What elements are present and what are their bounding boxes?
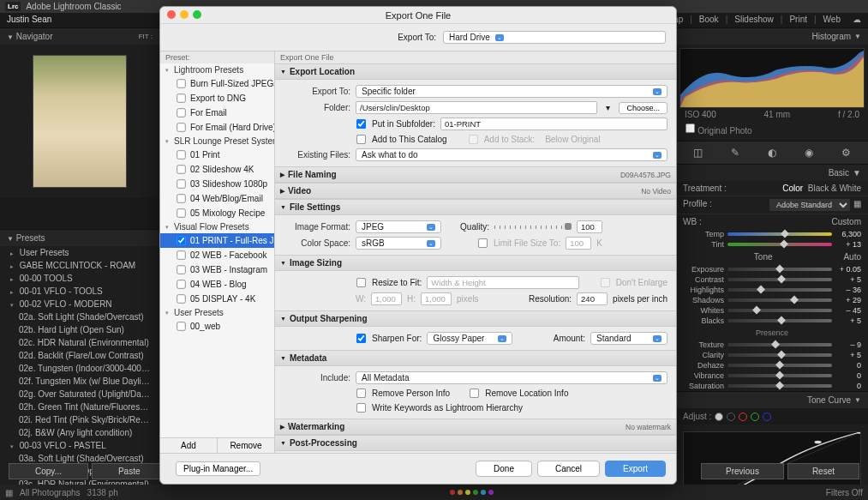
- module-web[interactable]: Web: [823, 15, 841, 24]
- texture-slider[interactable]: [727, 343, 832, 346]
- mask-icon[interactable]: ◐: [768, 147, 776, 159]
- export-preset-item[interactable]: 02 Slideshow 4K: [160, 162, 274, 177]
- shadows-slider[interactable]: [727, 298, 832, 302]
- preset-item[interactable]: ▸ User Presets: [0, 246, 159, 259]
- choose-folder-button[interactable]: Choose...: [619, 102, 667, 114]
- existing-files-select[interactable]: Ask what to do⌄: [356, 148, 667, 161]
- sharpen-amount-select[interactable]: Standard⌄: [590, 332, 667, 345]
- curve-dot-blue-icon[interactable]: [763, 413, 771, 421]
- preset-item[interactable]: ▾ 00-03 VFLO - PASTEL: [0, 439, 159, 452]
- remove-preset-button[interactable]: Remove: [218, 438, 274, 453]
- saturation-slider[interactable]: [727, 384, 832, 388]
- presets-header[interactable]: ▼ Presets: [0, 229, 159, 246]
- preset-item[interactable]: 02c. HDR Natural (Environmental): [0, 336, 159, 349]
- preset-item[interactable]: ▾ 00-02 VFLO - MODERN: [0, 298, 159, 310]
- grid-view-icon[interactable]: ▦: [5, 488, 13, 497]
- cloud-icon[interactable]: ☁: [853, 15, 861, 24]
- wb-select[interactable]: Custom: [832, 217, 861, 226]
- section-export-location[interactable]: ▼Export Location: [275, 63, 676, 80]
- close-icon[interactable]: [167, 10, 176, 19]
- preset-item[interactable]: ▸ GABE MCCLINTOCK - ROAM: [0, 259, 159, 272]
- copy-button[interactable]: Copy...: [9, 463, 88, 479]
- temp-slider[interactable]: [727, 232, 832, 236]
- preset-group[interactable]: User Presets: [160, 306, 274, 319]
- quality-input[interactable]: 100: [577, 220, 602, 233]
- module-slideshow[interactable]: Slideshow: [734, 15, 774, 24]
- preset-item[interactable]: 02g. Over Saturated (Uplight/Dancing): [0, 388, 159, 401]
- section-post-processing[interactable]: ▼Post-Processing: [275, 435, 676, 451]
- histogram-header[interactable]: Histogram ▼: [676, 27, 868, 45]
- navigator-preview[interactable]: [33, 55, 127, 188]
- gear-icon[interactable]: ⚙: [841, 147, 851, 159]
- preset-group[interactable]: SLR Lounge Preset System: [160, 135, 274, 148]
- preset-item[interactable]: ▸ 00-01 VFLO - TOOLS: [0, 285, 159, 298]
- folder-path[interactable]: /Users/clin/Desktop: [356, 101, 597, 114]
- preset-group[interactable]: Lightroom Presets: [160, 63, 274, 76]
- export-preset-item[interactable]: 01 PRINT - Full-Res JPG 100%: [160, 233, 274, 248]
- module-book[interactable]: Book: [699, 15, 719, 24]
- export-to-select[interactable]: Hard Drive⌄: [443, 31, 666, 44]
- profile-grid-icon[interactable]: ▦: [853, 199, 861, 211]
- tint-slider[interactable]: [727, 243, 832, 246]
- preset-item[interactable]: 02a. Soft Light (Shade/Overcast): [0, 310, 159, 323]
- exposure-slider[interactable]: [727, 268, 832, 271]
- section-image-sizing[interactable]: ▼Image Sizing: [275, 255, 676, 271]
- curve-dot-lum-icon[interactable]: [727, 413, 735, 421]
- navigator-header[interactable]: ▼ Navigator FIT :: [0, 27, 159, 45]
- auto-tone[interactable]: Auto: [843, 252, 861, 262]
- section-video[interactable]: ▶VideoNo Video: [275, 183, 676, 199]
- export-preset-item[interactable]: For Email (Hard Drive): [160, 120, 274, 135]
- basic-header[interactable]: Basic ▼: [676, 165, 868, 181]
- treatment-color[interactable]: Color: [782, 184, 803, 193]
- whites-slider[interactable]: [727, 309, 832, 312]
- preset-item[interactable]: 02f. Tungsten Mix (w/ Blue Daylight): [0, 375, 159, 388]
- preset-item[interactable]: ▸ 00-00 TOOLS: [0, 272, 159, 285]
- metadata-include-select[interactable]: All Metadata⌄: [356, 371, 667, 384]
- export-preset-item[interactable]: 05 Mixology Recipe: [160, 206, 274, 220]
- curve-dot-green-icon[interactable]: [751, 413, 759, 421]
- crop-icon[interactable]: ◫: [693, 147, 703, 159]
- resize-check[interactable]: [356, 278, 366, 287]
- subfolder-check[interactable]: [356, 119, 366, 129]
- remove-person-check[interactable]: [356, 389, 366, 398]
- curve-dot-red-icon[interactable]: [739, 413, 747, 421]
- minimize-icon[interactable]: [180, 10, 189, 19]
- vibrance-slider[interactable]: [727, 374, 832, 377]
- preset-item[interactable]: 02d. Backlit (Flare/Low Contrast): [0, 349, 159, 362]
- add-catalog-check[interactable]: [356, 135, 366, 144]
- cancel-button[interactable]: Cancel: [537, 461, 600, 477]
- section-watermarking[interactable]: ▶WatermarkingNo watermark: [275, 419, 676, 435]
- curve-dot-rgb-icon[interactable]: [715, 413, 723, 421]
- export-preset-item[interactable]: 01 Print: [160, 148, 274, 162]
- subfolder-input[interactable]: 01-PRINT: [440, 117, 667, 130]
- reset-button[interactable]: Reset: [787, 463, 859, 479]
- section-metadata[interactable]: ▼Metadata: [275, 350, 676, 366]
- previous-button[interactable]: Previous: [701, 463, 784, 479]
- done-button[interactable]: Done: [476, 461, 532, 477]
- module-print[interactable]: Print: [789, 15, 807, 24]
- contrast-slider[interactable]: [727, 278, 832, 281]
- section-output-sharpening[interactable]: ▼Output Sharpening: [275, 310, 676, 327]
- export-preset-item[interactable]: 05 DISPLAY - 4K: [160, 292, 274, 306]
- zoom-icon[interactable]: [193, 10, 201, 19]
- paste-button[interactable]: Paste: [92, 463, 167, 479]
- export-preset-item[interactable]: 00_web: [160, 319, 274, 334]
- preset-item[interactable]: 02i. Red Tint (Pink Sky/Brick/Redrock): [0, 413, 159, 426]
- section-file-settings[interactable]: ▼File Settings: [275, 199, 676, 215]
- remove-location-check[interactable]: [470, 389, 479, 398]
- preset-item[interactable]: 02b. Hard Light (Open Sun): [0, 323, 159, 336]
- export-preset-item[interactable]: 03 Slideshow 1080p: [160, 177, 274, 191]
- quality-slider[interactable]: [494, 226, 572, 229]
- export-button[interactable]: Export: [605, 461, 666, 477]
- preset-group[interactable]: Visual Flow Presets: [160, 220, 274, 233]
- export-preset-item[interactable]: 03 WEB - Instagram: [160, 262, 274, 277]
- colorspace-select[interactable]: sRGB⌄: [356, 237, 441, 250]
- tone-curve-header[interactable]: Tone Curve ▼: [676, 391, 868, 408]
- profile-select[interactable]: Adobe Standard: [769, 199, 850, 211]
- treatment-bw[interactable]: Black & White: [808, 184, 861, 193]
- resolution-input[interactable]: 240: [577, 292, 608, 305]
- plugin-manager-button[interactable]: Plug-in Manager...: [176, 461, 260, 476]
- image-format-select[interactable]: JPEG⌄: [356, 220, 441, 233]
- sharpen-for-select[interactable]: Glossy Paper⌄: [427, 332, 512, 345]
- export-preset-item[interactable]: Export to DNG: [160, 91, 274, 105]
